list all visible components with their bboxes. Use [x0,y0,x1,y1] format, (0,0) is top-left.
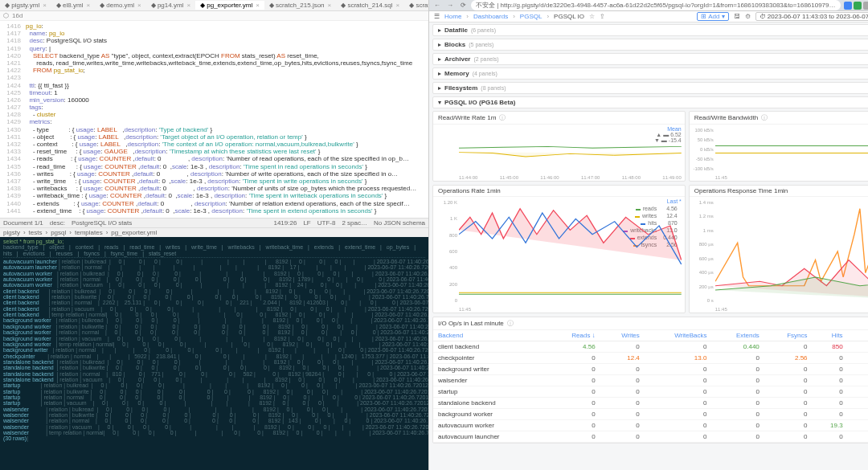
star-icon[interactable]: ☆ [589,13,595,20]
ops-table: BackendReads ↓WritesWriteBacksExtendsFsy… [433,330,868,443]
save-icon[interactable]: 🖫 [734,13,740,20]
ide-tab[interactable]: ◆ el8.yml× [51,1,95,10]
ide-tab[interactable]: ◆ demo.yml× [95,1,146,10]
ide-tab[interactable]: ◆ scratch_212.yml× [404,1,428,10]
crumb[interactable]: pg_exporter.yml [111,229,157,236]
crumb[interactable]: pigsty [3,229,20,236]
crumb[interactable]: tests [29,229,43,236]
table-header[interactable]: WriteBacks [645,330,712,341]
table-header[interactable]: Backend [433,330,547,341]
table-row[interactable]: autovacuum launcher00000000 [433,431,868,443]
table-header[interactable]: Reads ↓ [547,330,600,341]
info-icon[interactable]: ⓘ [507,319,514,328]
panel-rw-rate[interactable]: Read/Write Rate 1mⓘ Mean ▲ ▬ 6.52 ▼ ▬ -1… [432,111,686,182]
code-editor[interactable]: 1416pg_io:1417 name: pg_io1418 desc: Pos… [0,21,428,218]
extension-icons [844,2,868,10]
status-doc: Document 1/1 [3,219,43,227]
dashboard-section[interactable]: ▾ PGSQL I/O (PG16 Beta) ⠿ [432,96,868,108]
ide-tab[interactable]: ◆ scratch_215.json× [264,1,336,10]
ide-tab[interactable]: ◆ pg_exporter.yml× [195,1,264,10]
terminal-pane[interactable]: select * from pg_stat_io;backend_type | … [0,237,428,470]
crumb[interactable]: templates [75,229,103,236]
browser-toolbar: ← → ⟳ 不安全 | http://g.pigsty/d/de3220e3-4… [429,0,868,11]
table-row[interactable]: autovacuum worker0000019.300 [433,420,868,431]
share-icon[interactable]: ⇪ [600,13,605,20]
time-range-picker[interactable]: ⏱ 2023-06-07 11:43:03 to 2023-06-07 11:4… [755,12,868,21]
table-header[interactable]: Hits [813,330,848,341]
breadcrumb-pgsql[interactable]: PGSQL [520,13,542,20]
ide-tabs: ◆ pigsty.yml×◆ el8.yml×◆ demo.yml×◆ pg14… [0,0,428,11]
table-header[interactable]: Evicts [848,330,868,341]
grafana-body: ▸ Datafile (6 panels)⠿▸ Blocks (5 panels… [429,22,868,470]
reload-button[interactable]: ⟳ [458,1,468,10]
grafana-header: ☰ Home› Dashboards› PGSQL› PGSQL IO ☆ ⇪ … [429,11,868,22]
file-path-crumbs: pigsty › tests › pgsql › templates › pg_… [0,227,428,237]
table-row[interactable]: walsender00000000 [433,375,868,386]
ide-tab[interactable]: ◆ pigsty.yml× [0,1,51,10]
crumb[interactable]: pgsql [51,229,66,236]
browser-pane: ← → ⟳ 不安全 | http://g.pigsty/d/de3220e3-4… [429,0,868,470]
add-button[interactable]: ⊞ Add ▾ [697,12,728,21]
info-icon[interactable]: ⓘ [761,113,768,122]
table-header[interactable]: Writes [600,330,645,341]
dashboard-section[interactable]: ▸ Memory (4 panels)⠿ [432,67,868,80]
panel-ops-table[interactable]: I/O Op/s in Last minuteⓘ BackendReads ↓W… [432,317,868,443]
table-row[interactable]: background worker00000000 [433,409,868,420]
info-icon[interactable]: ⓘ [499,113,506,122]
table-row[interactable]: startup00000000 [433,386,868,398]
ide-tab[interactable]: ◆ pg14.yml× [146,1,195,10]
ide-pane: ◆ pigsty.yml×◆ el8.yml×◆ demo.yml×◆ pg14… [0,0,429,470]
editor-breadcrumb: ⬡16d [0,11,428,21]
back-button[interactable]: ← [432,1,442,10]
dashboard-section[interactable]: ▸ Datafile (6 panels)⠿ [432,24,868,36]
table-header[interactable]: Fsyncs [764,330,813,341]
breadcrumb-dashboards[interactable]: Dashboards [473,13,508,20]
table-row[interactable]: standalone backend00000000 [433,398,868,409]
dashboard-section[interactable]: ▸ Archiver (2 panels)⠿ [432,53,868,65]
table-row[interactable]: background writer00000000 [433,364,868,375]
dashboard-section[interactable]: ▸ Blocks (5 panels)⠿ [432,39,868,51]
editor-status-bar: Document 1/1 desc: PostgreSQL I/O stats … [0,218,428,227]
address-bar[interactable]: 不安全 | http://g.pigsty/d/de3220e3-4948-44… [471,0,841,10]
table-row[interactable]: checkpointer012.413.002.56000 [433,353,868,364]
dashboard-section[interactable]: ▸ Filesystem (8 panels)⠿ [432,82,868,94]
ide-tab[interactable]: ◆ scratch_214.sql× [336,1,404,10]
breadcrumb-current: PGSQL IO [554,13,584,20]
table-row[interactable]: client backend4.56000.440085000 [433,341,868,353]
settings-icon[interactable]: ⚙ [745,13,751,20]
forward-button[interactable]: → [445,1,455,10]
table-header[interactable]: Extends [711,330,764,341]
panel-ops-rate[interactable]: Operations Rate 1min 1.20 K1 K8006004002… [432,185,686,313]
panel-rw-bandwidth[interactable]: Read/Write Bandwidthⓘ 100 kB/s50 kB/s0 k… [689,111,868,182]
breadcrumb-home[interactable]: Home [444,13,461,20]
menu-toggle-icon[interactable]: ☰ [434,13,440,20]
panel-ops-response[interactable]: Operations Response Time 1min 1.4 ms1.2 … [689,185,868,313]
